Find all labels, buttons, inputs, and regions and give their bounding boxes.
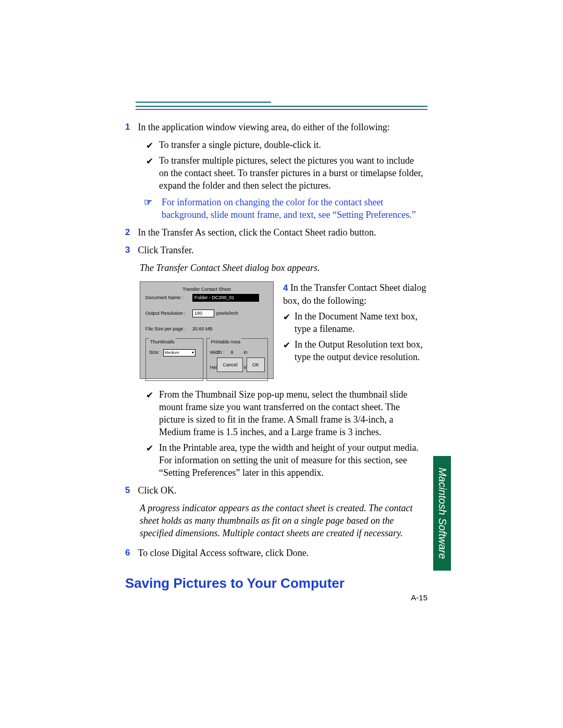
dialog-row-docname: Document Name : Folder - DC200_01: [145, 291, 268, 304]
step-text: In the Transfer Contact Sheet dialog box…: [283, 282, 426, 306]
dialog-and-step4: Transfer Contact Sheet Document Name : F…: [140, 281, 427, 379]
step-4: 4 In the Transfer Contact Sheet dialog b…: [283, 281, 426, 307]
section-heading: Saving Pictures to Your Computer: [125, 577, 427, 589]
info-note: ☞ For information on changing the color …: [146, 196, 425, 221]
page-number: A-15: [411, 593, 427, 602]
resolution-input[interactable]: 180: [192, 310, 214, 317]
printable-area-title: Printable Area: [210, 336, 242, 348]
check-icon: ✔: [283, 339, 290, 352]
step-number: 2: [125, 226, 136, 239]
step-1: 1 In the application window viewing area…: [125, 121, 427, 133]
dialog-row-filesize: File Size per page : 20.60 MB: [145, 323, 268, 335]
thumb-size-label: Size:: [149, 350, 160, 355]
dialog-row-resolution: Output Resolution : 180 pixels/inch: [145, 307, 268, 319]
dialog-body: Document Name : Folder - DC200_01 Output…: [145, 291, 268, 373]
step-4-side-bullets: ✔ In the Document Name text box, type a …: [283, 310, 426, 363]
step-6: 6 To close Digital Access software, clic…: [125, 547, 427, 559]
document-page: 1 In the application window viewing area…: [0, 0, 563, 728]
step-3-result: The Transfer Contact Sheet dialog box ap…: [140, 262, 421, 274]
bullet: ✔ To transfer a single picture, double-c…: [146, 139, 425, 151]
filesize-label: File Size per page :: [145, 323, 192, 335]
step-number: 3: [125, 244, 136, 256]
body-text: 1 In the application window viewing area…: [125, 121, 427, 589]
bullet-text: To transfer a single picture, double-cli…: [159, 140, 321, 150]
side-tab: Macintosh Software: [433, 456, 451, 571]
step-text: In the application window viewing area, …: [138, 121, 425, 133]
step-text: Click OK.: [138, 484, 425, 497]
check-icon: ✔: [146, 140, 153, 152]
dialog-buttons: Cancel OK: [215, 357, 265, 372]
bullet: ✔ From the Thumbnail Size pop-up menu, s…: [146, 388, 425, 438]
step-number: 1: [125, 121, 136, 133]
check-icon: ✔: [146, 442, 153, 455]
thumbnails-group: Thumbnails Size: Medium: [145, 338, 203, 381]
bullet: ✔ In the Printable area, type the width …: [146, 441, 425, 479]
bullet-text: In the Document Name text box, type a fi…: [295, 311, 418, 334]
side-tab-label: Macintosh Software: [436, 467, 448, 559]
step-4-side: 4 In the Transfer Contact Sheet dialog b…: [283, 281, 426, 366]
info-text: For information on changing the color fo…: [162, 197, 416, 220]
bullet-text: To transfer multiple pictures, select th…: [159, 155, 423, 191]
bullet-text: In the Output Resolution text box, type …: [295, 339, 423, 362]
rule-teal: [136, 106, 427, 107]
docname-label: Document Name :: [145, 291, 192, 304]
step-5-result: A progress indicator appears as the cont…: [140, 502, 421, 539]
step-3: 3 Click Transfer.: [125, 244, 427, 256]
ok-button[interactable]: OK: [247, 357, 265, 372]
step-5: 5 Click OK.: [125, 484, 427, 497]
dialog-screenshot: Transfer Contact Sheet Document Name : F…: [140, 281, 274, 379]
check-icon: ✔: [283, 311, 290, 324]
step-number: 6: [125, 547, 136, 559]
resolution-unit: pixels/inch: [216, 307, 238, 319]
step-1-bullets: ✔ To transfer a single picture, double-c…: [146, 139, 427, 192]
check-icon: ✔: [146, 155, 153, 168]
bullet: ✔ To transfer multiple pictures, select …: [146, 154, 425, 192]
step-text: In the Transfer As section, click the Co…: [138, 226, 425, 239]
rule-teal-short: [136, 102, 271, 103]
step-number: 5: [125, 484, 136, 497]
step-text: Click Transfer.: [138, 244, 425, 256]
docname-input[interactable]: Folder - DC200_01: [192, 294, 259, 302]
bullet: ✔ In the Document Name text box, type a …: [283, 310, 425, 335]
cancel-button[interactable]: Cancel: [217, 357, 243, 372]
area-width-unit: in: [244, 346, 248, 359]
step-2: 2 In the Transfer As section, click the …: [125, 226, 427, 239]
pointer-icon: ☞: [144, 196, 152, 208]
bullet-text: From the Thumbnail Size pop-up menu, sel…: [159, 389, 408, 437]
filesize-value: 20.60 MB: [192, 323, 213, 335]
step-4-lower-bullets: ✔ From the Thumbnail Size pop-up menu, s…: [146, 388, 427, 479]
step-text: To close Digital Access software, click …: [138, 547, 425, 559]
bullet-text: In the Printable area, type the width an…: [159, 442, 419, 478]
step-number: 4: [283, 283, 288, 293]
check-icon: ✔: [146, 389, 153, 402]
bullet: ✔ In the Output Resolution text box, typ…: [283, 338, 425, 363]
rule-magenta: [136, 109, 427, 110]
resolution-label: Output Resolution :: [145, 307, 192, 319]
thumb-size-select[interactable]: Medium: [163, 349, 195, 356]
